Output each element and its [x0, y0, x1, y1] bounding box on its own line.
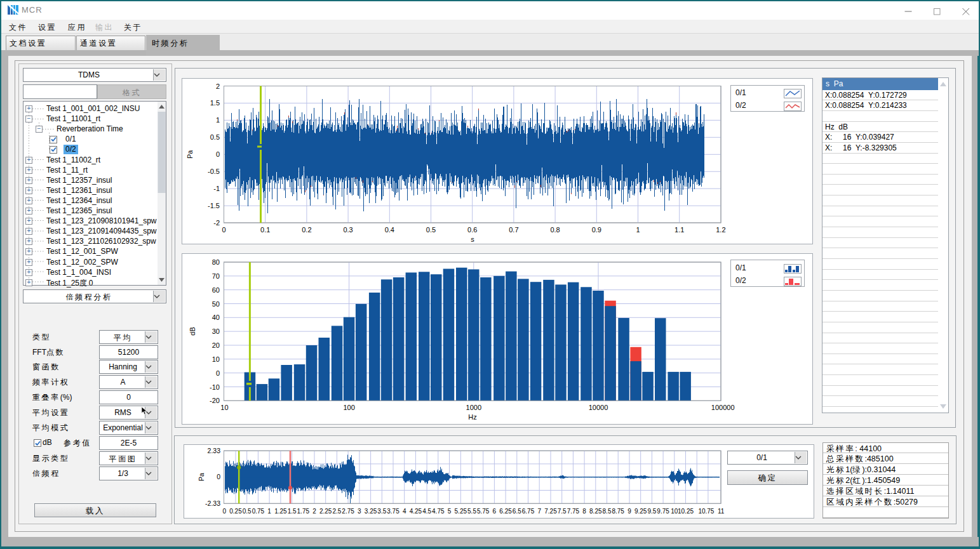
svg-text:2.5: 2.5 [332, 508, 341, 515]
svg-text:0.25: 0.25 [229, 508, 242, 515]
svg-text:9.5: 9.5 [647, 508, 656, 515]
svg-text:dB: dB [189, 327, 196, 335]
svg-text:1.5: 1.5 [210, 99, 220, 107]
svg-text:7.75: 7.75 [567, 508, 580, 515]
svg-text:Pa: Pa [186, 150, 194, 159]
svg-text:11: 11 [718, 508, 725, 515]
svg-text:8: 8 [582, 508, 586, 515]
svg-text:0.6: 0.6 [467, 226, 477, 234]
svg-text:1.1: 1.1 [675, 226, 684, 234]
svg-text:8.5: 8.5 [603, 508, 612, 515]
svg-text:0: 0 [217, 473, 220, 480]
svg-text:-1: -1 [213, 185, 220, 192]
svg-text:6.25: 6.25 [499, 508, 512, 515]
svg-text:0.5: 0.5 [426, 226, 436, 234]
svg-text:100000: 100000 [711, 404, 735, 411]
svg-text:-2.33: -2.33 [205, 499, 220, 507]
svg-text:50: 50 [212, 300, 220, 308]
svg-text:70: 70 [212, 272, 220, 280]
svg-text:-1.5: -1.5 [208, 202, 220, 209]
svg-text:2.25: 2.25 [319, 508, 332, 515]
svg-text:0.1: 0.1 [260, 226, 270, 234]
svg-text:0.9: 0.9 [592, 226, 601, 234]
svg-text:8.75: 8.75 [612, 508, 624, 515]
svg-text:0.2: 0.2 [302, 226, 311, 234]
svg-text:4.75: 4.75 [432, 508, 445, 515]
svg-text:1.25: 1.25 [274, 508, 287, 515]
svg-text:1.5: 1.5 [288, 508, 297, 515]
svg-text:0.8: 0.8 [550, 226, 560, 234]
svg-text:0.4: 0.4 [385, 226, 394, 234]
svg-text:6.5: 6.5 [513, 508, 521, 515]
svg-text:0: 0 [223, 508, 227, 515]
svg-text:2.33: 2.33 [208, 447, 221, 454]
svg-text:3.75: 3.75 [387, 508, 399, 515]
svg-text:2: 2 [216, 83, 220, 90]
svg-text:30: 30 [212, 327, 220, 335]
svg-text:10.25: 10.25 [678, 508, 694, 515]
svg-text:1: 1 [216, 116, 220, 124]
svg-text:5.75: 5.75 [477, 508, 490, 515]
svg-text:0.5: 0.5 [210, 133, 220, 141]
svg-text:Pa: Pa [198, 473, 205, 481]
svg-text:s: s [471, 235, 474, 243]
svg-text:0.7: 0.7 [509, 226, 518, 234]
svg-text:1.2: 1.2 [716, 226, 725, 234]
svg-text:80: 80 [212, 258, 220, 266]
svg-text:1.75: 1.75 [297, 508, 310, 515]
svg-text:10000: 10000 [589, 404, 608, 411]
svg-text:Hz: Hz [468, 413, 476, 421]
svg-text:60: 60 [212, 286, 220, 294]
svg-text:8.25: 8.25 [589, 508, 602, 515]
svg-text:2: 2 [312, 508, 316, 515]
svg-text:-2: -2 [213, 219, 220, 227]
svg-text:10: 10 [220, 404, 228, 411]
svg-text:0: 0 [216, 150, 220, 158]
svg-text:20: 20 [212, 341, 220, 349]
svg-text:0.5: 0.5 [243, 508, 252, 515]
svg-text:-10: -10 [210, 383, 220, 391]
svg-text:0: 0 [222, 226, 225, 234]
svg-text:3: 3 [358, 508, 361, 515]
svg-text:1000: 1000 [466, 404, 481, 411]
svg-text:7.25: 7.25 [544, 508, 557, 515]
svg-text:6: 6 [493, 508, 497, 515]
svg-text:0.75: 0.75 [252, 508, 265, 515]
svg-text:7.5: 7.5 [558, 508, 567, 515]
svg-text:-0.5: -0.5 [208, 168, 220, 175]
svg-text:1: 1 [267, 508, 271, 515]
svg-text:10: 10 [212, 355, 220, 363]
svg-text:7: 7 [537, 508, 541, 515]
svg-text:4: 4 [403, 508, 406, 515]
svg-text:3.5: 3.5 [377, 508, 386, 515]
svg-text:3.25: 3.25 [365, 508, 377, 515]
svg-text:4.25: 4.25 [410, 508, 422, 515]
svg-text:100: 100 [343, 404, 354, 411]
svg-text:5.5: 5.5 [467, 508, 476, 515]
svg-text:10.75: 10.75 [698, 508, 714, 515]
svg-text:9: 9 [628, 508, 631, 515]
svg-text:-20: -20 [210, 397, 220, 404]
svg-text:0.3: 0.3 [343, 226, 352, 234]
svg-text:5: 5 [448, 508, 452, 515]
svg-text:5.25: 5.25 [455, 508, 467, 515]
svg-text:1: 1 [636, 226, 640, 234]
svg-text:6.75: 6.75 [522, 508, 535, 515]
svg-text:2.75: 2.75 [342, 508, 354, 515]
svg-text:9.25: 9.25 [634, 508, 647, 515]
svg-text:4.5: 4.5 [422, 508, 431, 515]
svg-text:0: 0 [216, 369, 220, 377]
svg-text:9.75: 9.75 [657, 508, 669, 515]
svg-text:40: 40 [212, 314, 220, 321]
